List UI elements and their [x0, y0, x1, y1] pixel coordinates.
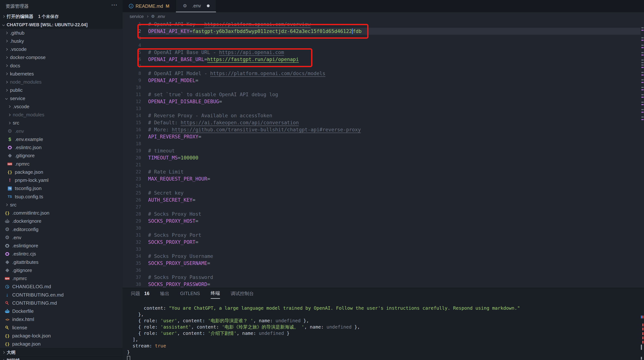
- panel-scrollbar-decorations[interactable]: [641, 288, 644, 360]
- tree-item-Dockerfile[interactable]: Dockerfile: [0, 307, 122, 316]
- code-line[interactable]: 30: [122, 225, 641, 232]
- tree-item-.dockerignore[interactable]: .dockerignore: [0, 217, 122, 225]
- unsaved-dot-icon[interactable]: [207, 4, 210, 7]
- code-line[interactable]: 29SOCKS_PROXY_HOST=: [122, 218, 641, 225]
- code-line[interactable]: 13: [122, 105, 641, 112]
- code-line[interactable]: 15# Default: https://ai.fakeopen.com/api…: [122, 119, 641, 126]
- tree-item-.editorconfig[interactable]: ⚙.editorconfig: [0, 225, 122, 234]
- tree-item-kubernetes[interactable]: kubernetes: [0, 70, 122, 78]
- tree-item-label: docker-compose: [10, 54, 46, 60]
- tree-item-node_modules[interactable]: node_modules: [0, 78, 122, 86]
- code-line[interactable]: 33: [122, 246, 641, 253]
- tree-item-tsconfig.json[interactable]: TStsconfig.json: [0, 184, 122, 193]
- code-line[interactable]: 31# Socks Proxy Port: [122, 232, 641, 239]
- tree-item-docker-compose[interactable]: docker-compose: [0, 53, 122, 62]
- panel-tab-问题[interactable]: 问题16: [131, 288, 150, 299]
- code-line[interactable]: 8# OpenAI API Model - https://platform.o…: [122, 70, 641, 77]
- tab-env[interactable]: ⚙ .env: [176, 0, 216, 12]
- line-number: 9: [122, 77, 148, 84]
- tree-item-CONTRIBUTING.md[interactable]: CONTRIBUTING.md: [0, 299, 122, 307]
- panel-tab-输出[interactable]: 输出: [160, 288, 170, 299]
- tree-item-.vscode[interactable]: .vscode: [0, 102, 122, 111]
- tree-item-CHANGELOG.md[interactable]: CHANGELOG.md: [0, 283, 122, 291]
- code-editor[interactable]: 1# OpenAI API Key - https://platform.ope…: [122, 21, 644, 288]
- tree-item-CONTRIBUTING.en.md[interactable]: ↓CONTRIBUTING.en.md: [0, 291, 122, 299]
- tree-item-.env[interactable]: ⚙.env: [0, 127, 122, 135]
- tree-item-.eslintrc.cjs[interactable]: .eslintrc.cjs: [0, 250, 122, 258]
- tree-item-.npmrc[interactable]: npm.npmrc: [0, 160, 122, 168]
- terminal-output[interactable]: content: "You are ChatGPT, a large langu…: [127, 305, 520, 360]
- tree-item-.env[interactable]: ⚙.env: [0, 234, 122, 242]
- more-actions-icon[interactable]: ⋯: [111, 1, 118, 8]
- tree-item-.gitignore[interactable]: .gitignore: [0, 266, 122, 274]
- code-line[interactable]: 35SOCKS_PROXY_USERNAME=: [122, 260, 641, 267]
- tree-item-docs[interactable]: docs: [0, 62, 122, 70]
- chevron-right-icon: [2, 15, 5, 18]
- tree-item-.gitignore[interactable]: .gitignore: [0, 152, 122, 160]
- tree-item-.github[interactable]: .github: [0, 29, 122, 37]
- tree-item-package.json[interactable]: {}package.json: [0, 340, 122, 348]
- timeline-section[interactable]: 时间线: [0, 356, 122, 360]
- code-line[interactable]: 20TIMEOUT_MS=100000: [122, 154, 641, 161]
- chevron-right-icon: [5, 89, 8, 92]
- code-line[interactable]: 38SOCKS_PROXY_PASSWORD=: [122, 281, 641, 288]
- code-line[interactable]: 9OPENAI_API_MODEL=: [122, 77, 641, 84]
- tree-item-.gitattributes[interactable]: .gitattributes: [0, 258, 122, 266]
- code-line[interactable]: 36: [122, 267, 641, 274]
- code-line[interactable]: 28# Socks Proxy Host: [122, 211, 641, 218]
- code-line[interactable]: 19# timeout: [122, 147, 641, 154]
- code-line[interactable]: 25# Secret key: [122, 189, 641, 196]
- code-line[interactable]: 12OPENAI_API_DISABLE_DEBUG=: [122, 98, 641, 105]
- panel-tab-调试控制台[interactable]: 调试控制台: [231, 288, 254, 299]
- tree-item-.vscode[interactable]: .vscode: [0, 45, 122, 53]
- tree-item-package.json[interactable]: {}package.json: [0, 168, 122, 176]
- code-line[interactable]: 18: [122, 140, 641, 147]
- code-line[interactable]: 34# Socks Proxy Username: [122, 253, 641, 260]
- line-number: 8: [122, 70, 148, 77]
- code-line[interactable]: 14# Reverse Proxy - Available on accessT…: [122, 112, 641, 119]
- code-line-text: # Default: https://ai.fakeopen.com/api/c…: [148, 119, 299, 126]
- overview-ruler[interactable]: [641, 21, 644, 288]
- code-line[interactable]: 24: [122, 182, 641, 189]
- tree-item-label: .gitignore: [12, 268, 32, 273]
- tab-readme[interactable]: i README.md M: [122, 0, 176, 12]
- code-line[interactable]: 16# More: https://github.com/transitive-…: [122, 126, 641, 133]
- outline-section[interactable]: 大纲: [0, 348, 122, 356]
- tree-item-.env.example[interactable]: $.env.example: [0, 135, 122, 143]
- code-line[interactable]: 17API_REVERSE_PROXY=: [122, 133, 641, 140]
- panel-tab-终端[interactable]: 终端: [211, 288, 220, 299]
- tree-item-.eslintignore[interactable]: .eslintignore: [0, 242, 122, 250]
- code-line[interactable]: 10: [122, 84, 641, 91]
- code-line[interactable]: 37# Socks Proxy Password: [122, 274, 641, 281]
- gear-icon: ⚙: [4, 227, 10, 232]
- project-root-section[interactable]: CHATGPT-WEB [WSL: UBUNTU-22.04]: [0, 21, 122, 29]
- open-editors-section[interactable]: 打开的编辑器 1 个未保存: [0, 12, 122, 21]
- tree-item-src[interactable]: src: [0, 119, 122, 127]
- tree-item-pnpm-lock.yaml[interactable]: !pnpm-lock.yaml: [0, 176, 122, 184]
- tree-item-index.html[interactable]: <>index.html: [0, 316, 122, 324]
- panel-tab-GITLENS[interactable]: GITLENS: [180, 288, 200, 299]
- line-number: 24: [122, 182, 148, 189]
- tree-item-package-lock.json[interactable]: {}package-lock.json: [0, 332, 122, 340]
- code-line[interactable]: 27: [122, 204, 641, 211]
- tree-item-service[interactable]: service: [0, 94, 122, 102]
- tree-item-src[interactable]: src: [0, 201, 122, 209]
- code-line[interactable]: 23MAX_REQUEST_PER_HOUR=: [122, 175, 641, 182]
- tree-item-.commitlintrc.json[interactable]: {}.commitlintrc.json: [0, 209, 122, 217]
- code-line[interactable]: 22# Rate Limit: [122, 168, 641, 175]
- tree-item-.husky[interactable]: .husky: [0, 37, 122, 45]
- tree-item-.npmrc[interactable]: npm.npmrc: [0, 275, 122, 283]
- tree-item-license[interactable]: license: [0, 324, 122, 332]
- tree-item-node_modules[interactable]: node_modules: [0, 111, 122, 119]
- code-line[interactable]: 21: [122, 161, 641, 168]
- tree-item-public[interactable]: public: [0, 86, 122, 94]
- tree-item-tsup.config.ts[interactable]: TStsup.config.ts: [0, 193, 122, 201]
- code-line[interactable]: 4: [122, 42, 641, 49]
- code-line[interactable]: 32SOCKS_PROXY_PORT=: [122, 239, 641, 246]
- terminal-line: [127, 355, 520, 360]
- breadcrumb-folder[interactable]: service: [130, 14, 144, 19]
- code-line[interactable]: 11# set `true` to disable OpenAI API deb…: [122, 91, 641, 98]
- code-line[interactable]: 26AUTH_SECRET_KEY=: [122, 196, 641, 204]
- tree-item-.eslintrc.json[interactable]: .eslintrc.json: [0, 144, 122, 152]
- breadcrumb-file[interactable]: ⚙ .env: [151, 14, 165, 19]
